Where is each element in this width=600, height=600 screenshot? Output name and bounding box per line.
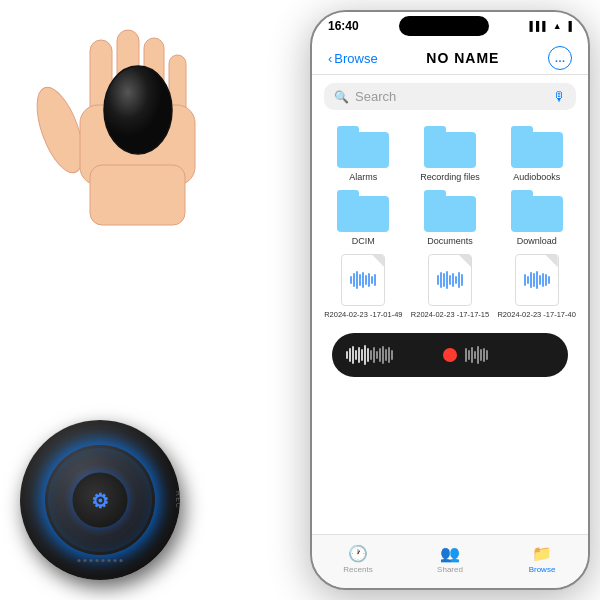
hand-svg	[0, 20, 240, 300]
shared-label: Shared	[437, 565, 463, 574]
search-bar[interactable]: 🔍 Search 🎙	[324, 83, 576, 110]
rec-label: REC	[176, 491, 180, 509]
scene: ⚙ REC 16:40	[0, 0, 600, 600]
recents-icon: 🕐	[348, 544, 368, 563]
folder-label-audiobooks: Audiobooks	[513, 172, 560, 182]
folder-body	[337, 132, 389, 168]
folder-label-dcim: DCIM	[352, 236, 375, 246]
grille-dot	[90, 559, 93, 562]
phone: 16:40 ▌▌▌ ▲ ▐ ‹ Browse NO NAME …	[310, 10, 590, 590]
waveform-display-right	[465, 341, 554, 369]
search-icon: 🔍	[334, 90, 349, 104]
audio-waveform-3	[524, 269, 550, 291]
folder-item-alarms[interactable]: Alarms	[324, 126, 403, 182]
status-icons: ▌▌▌ ▲ ▐	[530, 21, 572, 31]
audio-waveform-2	[437, 269, 463, 291]
player-bar[interactable]	[332, 333, 568, 377]
search-placeholder: Search	[355, 89, 547, 104]
audio-file-icon-2	[428, 254, 472, 306]
audio-file-label-3: R2024-02-23 -17-17-40	[497, 310, 575, 319]
player-time: 20:28	[322, 383, 578, 393]
browse-icon: 📁	[532, 544, 552, 563]
audio-file-label-2: R2024-02-23 -17-17-15	[411, 310, 489, 319]
folder-icon-documents	[424, 190, 476, 232]
record-button[interactable]	[443, 348, 457, 362]
svg-point-7	[104, 66, 172, 154]
back-label: Browse	[334, 51, 377, 66]
speaker-grille	[78, 559, 123, 562]
status-time: 16:40	[328, 19, 359, 33]
browse-label: Browse	[529, 565, 556, 574]
mic-icon: 🎙	[553, 89, 566, 104]
tab-shared[interactable]: 👥 Shared	[404, 544, 496, 574]
device-body: ⚙ REC	[20, 420, 180, 580]
recents-label: Recents	[343, 565, 372, 574]
folder-item-audiobooks[interactable]: Audiobooks	[497, 126, 576, 182]
audio-file-icon-1	[341, 254, 385, 306]
svg-rect-6	[90, 165, 185, 225]
grille-dot	[108, 559, 111, 562]
folder-body	[424, 196, 476, 232]
waveform-display	[346, 341, 435, 369]
device-inner: ⚙	[73, 473, 128, 528]
grille-dot	[96, 559, 99, 562]
file-corner	[546, 255, 558, 267]
phone-screen: 16:40 ▌▌▌ ▲ ▐ ‹ Browse NO NAME …	[312, 12, 588, 588]
audio-file-label-1: R2024-02-23 -17-01-49	[324, 310, 402, 319]
magnet-icon: ⚙	[91, 488, 109, 512]
folder-label-download: Download	[517, 236, 557, 246]
folder-icon-dcim	[337, 190, 389, 232]
folder-icon-recording	[424, 126, 476, 168]
folder-item-download[interactable]: Download	[497, 190, 576, 246]
folder-item-documents[interactable]: Documents	[411, 190, 490, 246]
tab-bar: 🕐 Recents 👥 Shared 📁 Browse	[312, 534, 588, 588]
folder-item-recording[interactable]: Recording files	[411, 126, 490, 182]
folder-icon-download	[511, 190, 563, 232]
status-bar: 16:40 ▌▌▌ ▲ ▐	[312, 12, 588, 40]
grille-dot	[114, 559, 117, 562]
grille-dot	[120, 559, 123, 562]
grille-dot	[102, 559, 105, 562]
more-icon: …	[555, 52, 566, 64]
audio-file-1[interactable]: R2024-02-23 -17-01-49	[324, 254, 403, 319]
wifi-icon: ▲	[553, 21, 562, 31]
tab-recents[interactable]: 🕐 Recents	[312, 544, 404, 574]
audio-file-2[interactable]: R2024-02-23 -17-17-15	[411, 254, 490, 319]
folder-body	[424, 132, 476, 168]
file-corner	[372, 255, 384, 267]
tab-browse[interactable]: 📁 Browse	[496, 544, 588, 574]
file-corner	[459, 255, 471, 267]
shared-icon: 👥	[440, 544, 460, 563]
folder-grid: Alarms Recording files Audiobooks	[312, 118, 588, 327]
player-section: 20:28	[312, 333, 588, 393]
left-area: ⚙ REC	[0, 0, 270, 600]
folder-icon-alarms	[337, 126, 389, 168]
nav-bar: ‹ Browse NO NAME …	[312, 40, 588, 75]
grille-dot	[84, 559, 87, 562]
folder-body	[511, 132, 563, 168]
folder-label-documents: Documents	[427, 236, 473, 246]
folder-label-alarms: Alarms	[349, 172, 377, 182]
grille-dot	[78, 559, 81, 562]
hand-container	[0, 20, 240, 300]
dynamic-island	[399, 16, 489, 36]
signal-icon: ▌▌▌	[530, 21, 549, 31]
folder-body	[511, 196, 563, 232]
audio-file-icon-3	[515, 254, 559, 306]
more-button[interactable]: …	[548, 46, 572, 70]
folder-item-dcim[interactable]: DCIM	[324, 190, 403, 246]
folder-label-recording: Recording files	[420, 172, 480, 182]
chevron-left-icon: ‹	[328, 51, 332, 66]
large-device: ⚙ REC	[20, 420, 180, 580]
nav-title: NO NAME	[378, 50, 548, 66]
back-button[interactable]: ‹ Browse	[328, 51, 378, 66]
audio-file-3[interactable]: R2024-02-23 -17-17-40	[497, 254, 576, 319]
audio-waveform-1	[350, 269, 376, 291]
folder-icon-audiobooks	[511, 126, 563, 168]
folder-body	[337, 196, 389, 232]
battery-icon: ▐	[566, 21, 572, 31]
